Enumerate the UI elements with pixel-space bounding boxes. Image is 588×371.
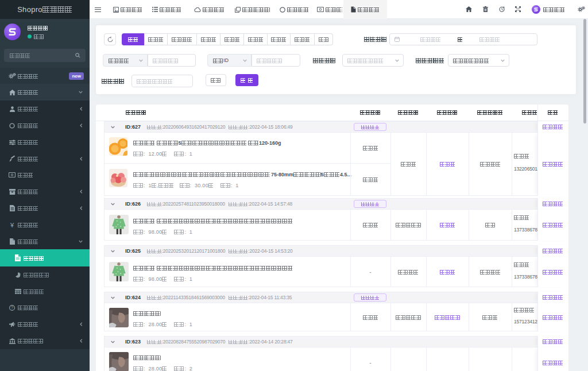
- svg-text:?: ?: [11, 306, 13, 310]
- svg-text:¥: ¥: [10, 222, 14, 228]
